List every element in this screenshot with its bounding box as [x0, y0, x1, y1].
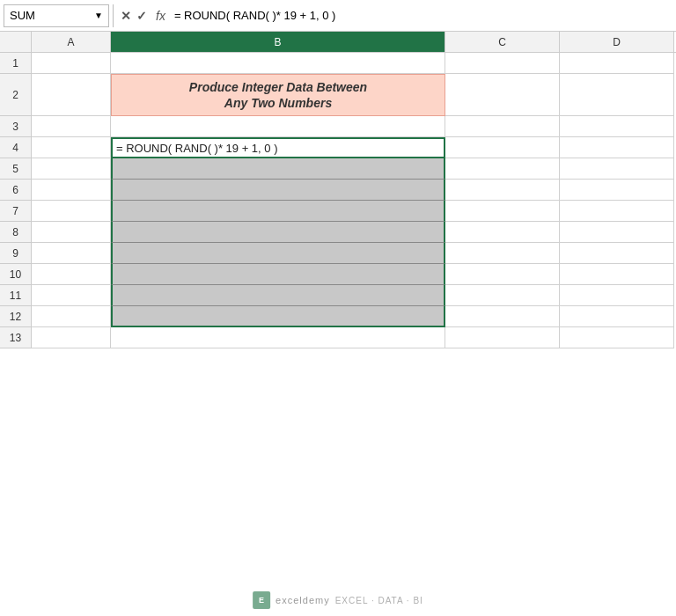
cell-d7[interactable] — [560, 201, 674, 222]
cell-d5[interactable] — [560, 158, 674, 180]
cell-b13[interactable] — [111, 327, 445, 348]
cell-b8[interactable] — [111, 222, 445, 243]
cell-b1[interactable] — [111, 53, 445, 74]
cell-a11[interactable] — [32, 285, 111, 306]
cell-d4[interactable] — [560, 137, 674, 158]
col-header-a[interactable]: A — [32, 32, 111, 53]
row-6 — [32, 180, 676, 201]
cancel-icon[interactable]: ✕ — [121, 9, 131, 23]
cell-a6[interactable] — [32, 180, 111, 201]
cell-b7[interactable] — [111, 201, 445, 222]
cell-c10[interactable] — [445, 264, 560, 285]
spreadsheet: A B C D 1 2 3 4 5 6 7 8 9 10 11 12 13 — [0, 32, 676, 616]
cell-d1[interactable] — [560, 53, 674, 74]
formula-input[interactable] — [171, 4, 672, 27]
cell-a1[interactable] — [32, 53, 111, 74]
cell-c11[interactable] — [445, 285, 560, 306]
cell-b9[interactable] — [111, 243, 445, 264]
cell-c12[interactable] — [445, 306, 560, 327]
cell-c9[interactable] — [445, 243, 560, 264]
cell-b2-title[interactable]: Produce Integer Data Between Any Two Num… — [111, 74, 445, 116]
row-header-8[interactable]: 8 — [0, 222, 32, 243]
cell-c2[interactable] — [445, 74, 560, 116]
cell-c7[interactable] — [445, 201, 560, 222]
row-header-11[interactable]: 11 — [0, 285, 32, 306]
cell-c8[interactable] — [445, 222, 560, 243]
col-header-d[interactable]: D — [560, 32, 674, 53]
cell-d11[interactable] — [560, 285, 674, 306]
cell-b10[interactable] — [111, 264, 445, 285]
cell-a8[interactable] — [32, 222, 111, 243]
cell-a12[interactable] — [32, 306, 111, 327]
cell-a4[interactable] — [32, 137, 111, 158]
row-headers: 1 2 3 4 5 6 7 8 9 10 11 12 13 — [0, 53, 32, 616]
cell-b5[interactable] — [111, 158, 445, 180]
row-header-2[interactable]: 2 — [0, 74, 32, 116]
cell-a3[interactable] — [32, 116, 111, 137]
formula-display-text: = ROUND( RAND( )* 19 + 1, 0 ) — [116, 142, 278, 155]
cell-a7[interactable] — [32, 201, 111, 222]
name-box-dropdown-icon[interactable]: ▼ — [94, 11, 103, 20]
cell-d9[interactable] — [560, 243, 674, 264]
row-header-1[interactable]: 1 — [0, 53, 32, 74]
row-11 — [32, 285, 676, 306]
cell-b3[interactable] — [111, 116, 445, 137]
cells-area: Produce Integer Data Between Any Two Num… — [32, 53, 676, 616]
cell-c3[interactable] — [445, 116, 560, 137]
cell-d12[interactable] — [560, 306, 674, 327]
row-header-5[interactable]: 5 — [0, 158, 32, 180]
cell-b6[interactable] — [111, 180, 445, 201]
row-5 — [32, 158, 676, 180]
name-box[interactable]: SUM ▼ — [4, 4, 109, 27]
cell-a13[interactable] — [32, 327, 111, 348]
column-headers: A B C D — [0, 32, 676, 53]
row-header-4[interactable]: 4 — [0, 137, 32, 158]
cell-c13[interactable] — [445, 327, 560, 348]
watermark-tagline: EXCEL · DATA · BI — [335, 596, 423, 605]
row-1 — [32, 53, 676, 74]
cell-c4[interactable] — [445, 137, 560, 158]
cell-d6[interactable] — [560, 180, 674, 201]
confirm-icon[interactable]: ✓ — [136, 9, 147, 23]
cell-c5[interactable] — [445, 158, 560, 180]
cell-a2[interactable] — [32, 74, 111, 116]
cell-b12[interactable] — [111, 306, 445, 327]
row-9 — [32, 243, 676, 264]
cell-d8[interactable] — [560, 222, 674, 243]
cell-d3[interactable] — [560, 116, 674, 137]
formula-bar: SUM ▼ ✕ ✓ fx — [0, 0, 676, 32]
corner-cell — [0, 32, 32, 53]
row-10 — [32, 264, 676, 285]
cell-b4-formula[interactable]: = ROUND( RAND( )* 19 + 1, 0 ) — [111, 137, 445, 158]
cell-a10[interactable] — [32, 264, 111, 285]
fx-label: fx — [156, 9, 165, 23]
row-header-12[interactable]: 12 — [0, 306, 32, 327]
watermark-icon: E — [253, 591, 270, 609]
cell-a5[interactable] — [32, 158, 111, 180]
cell-d10[interactable] — [560, 264, 674, 285]
row-header-9[interactable]: 9 — [0, 243, 32, 264]
formula-bar-divider — [113, 4, 114, 27]
cell-c1[interactable] — [445, 53, 560, 74]
row-3 — [32, 116, 676, 137]
cell-d13[interactable] — [560, 327, 674, 348]
name-box-value: SUM — [10, 9, 35, 22]
formula-bar-icons: ✕ ✓ — [121, 9, 147, 23]
cell-b11[interactable] — [111, 285, 445, 306]
col-header-c[interactable]: C — [445, 32, 560, 53]
cell-c6[interactable] — [445, 180, 560, 201]
title-text: Produce Integer Data Between Any Two Num… — [189, 79, 367, 111]
cell-d2[interactable] — [560, 74, 674, 116]
cell-a9[interactable] — [32, 243, 111, 264]
row-8 — [32, 222, 676, 243]
watermark: E exceldemy EXCEL · DATA · BI — [253, 591, 423, 609]
row-13 — [32, 327, 676, 348]
row-header-3[interactable]: 3 — [0, 116, 32, 137]
row-7 — [32, 201, 676, 222]
col-header-b[interactable]: B — [111, 32, 445, 53]
grid-body: 1 2 3 4 5 6 7 8 9 10 11 12 13 — [0, 53, 676, 616]
row-header-7[interactable]: 7 — [0, 201, 32, 222]
row-header-10[interactable]: 10 — [0, 264, 32, 285]
row-header-13[interactable]: 13 — [0, 327, 32, 348]
row-header-6[interactable]: 6 — [0, 180, 32, 201]
